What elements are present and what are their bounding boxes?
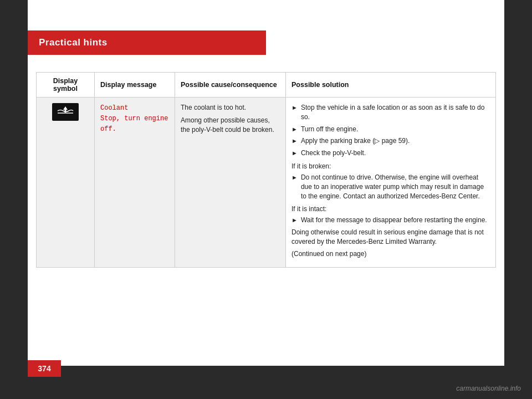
hints-table: Display symbol Display message Possible … [36,72,496,268]
page-number-box: 374 [28,360,61,377]
arrow-icon-6: ► [291,216,298,224]
symbol-cell [37,98,95,268]
col-header-cause: Possible cause/consequence [175,73,286,98]
solution-item-2: ► Turn off the engine. [291,125,490,134]
message-cell: Coolant Stop, turn engine off. [95,98,175,268]
table-container: Display symbol Display message Possible … [36,72,496,268]
intact-label: If it is intact: [291,205,490,213]
solution-item-4: ► Check the poly-V-belt. [291,149,490,158]
solution-list-2: ► Do not continue to drive. Otherwise, t… [291,173,490,201]
broken-label: If it is broken: [291,162,490,170]
watermark: carmanualsonline.info [456,385,521,392]
solution-item-6: ► Wait for the message to disappear befo… [291,216,490,225]
arrow-icon-4: ► [291,149,298,157]
solution-list-3: ► Wait for the message to disappear befo… [291,216,490,225]
display-message-text: Coolant Stop, turn engine off. [100,103,169,135]
arrow-icon-3: ► [291,137,298,145]
page-number: 374 [38,364,50,373]
page-title: Practical hints [39,37,108,48]
solution-item-1: ► Stop the vehicle in a safe location or… [291,103,490,122]
arrow-icon-1: ► [291,104,298,112]
table-header-row: Display symbol Display message Possible … [37,73,496,98]
svg-rect-3 [65,109,66,112]
cause-cell: The coolant is too hot. Among other poss… [175,98,286,268]
italic-note: Doing otherwise could result in serious … [291,228,490,247]
arrow-icon-2: ► [291,125,298,134]
continued-note: (Continued on next page) [291,249,490,259]
table-row: Coolant Stop, turn engine off. The coola… [37,98,496,268]
solution-cell: ► Stop the vehicle in a safe location or… [286,98,496,268]
arrow-icon-5: ► [291,173,298,182]
solution-item-3: ► Apply the parking brake (▷ page 59). [291,136,490,146]
col-header-solution: Possible solution [286,73,496,98]
col-header-message: Display message [95,73,175,98]
cause-line-1: The coolant is too hot. [181,103,280,112]
coolant-warning-icon [52,103,79,121]
col-header-symbol: Display symbol [37,73,95,98]
cause-line-2: Among other possible causes, the poly-V-… [181,116,280,135]
solution-list-1: ► Stop the vehicle in a safe location or… [291,103,490,158]
header-bar: Practical hints [28,30,266,55]
solution-item-5: ► Do not continue to drive. Otherwise, t… [291,173,490,201]
